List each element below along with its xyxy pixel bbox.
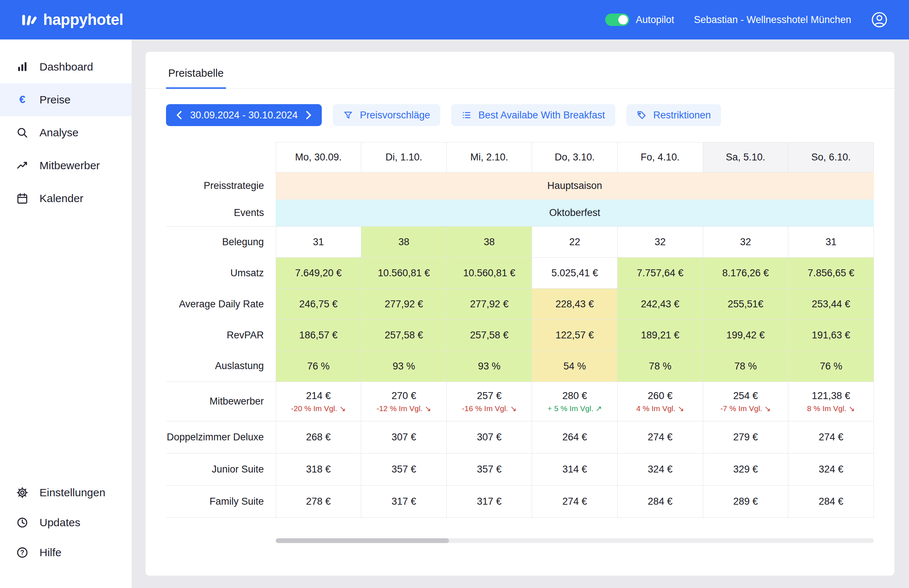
day-column-header: So, 6.10. bbox=[788, 142, 874, 173]
room-price-cell[interactable]: 278 € bbox=[276, 486, 361, 518]
sidebar-item-hilfe[interactable]: ?Hilfe bbox=[0, 538, 132, 567]
metric-cell: 122,57 € bbox=[532, 320, 618, 351]
room-price-cell[interactable]: 317 € bbox=[361, 486, 447, 518]
room-price-cell[interactable]: 324 € bbox=[788, 454, 874, 486]
room-price-cell[interactable]: 314 € bbox=[532, 454, 618, 486]
sidebar-item-dashboard[interactable]: Dashboard bbox=[0, 50, 132, 83]
metric-cell: 228,43 € bbox=[532, 289, 618, 320]
room-price-cell[interactable]: 357 € bbox=[361, 454, 447, 486]
metric-row: Auslastung76 %93 %93 %54 %78 %78 %76 % bbox=[166, 351, 874, 382]
row-label: Family Suite bbox=[166, 486, 276, 518]
metric-cell: 199,42 € bbox=[703, 320, 788, 351]
metric-cell: 8.176,26 € bbox=[703, 258, 788, 289]
competitor-change: -12 % Im Vgl. ↘ bbox=[361, 404, 446, 413]
room-row: Doppelzimmer Deluxe268 €307 €307 €264 €2… bbox=[166, 422, 874, 454]
metric-cell: 31 bbox=[276, 226, 361, 258]
scrollbar-thumb[interactable] bbox=[276, 538, 449, 543]
button-label: Preisvorschläge bbox=[360, 110, 430, 121]
metric-cell: 189,21 € bbox=[618, 320, 703, 351]
room-price-cell[interactable]: 318 € bbox=[276, 454, 361, 486]
sidebar-nav: Dashboard€PreiseAnalyseMitbewerberKalend… bbox=[0, 50, 132, 215]
day-column-header: Sa, 5.10. bbox=[703, 142, 788, 173]
room-row: Junior Suite318 €357 €357 €314 €324 €329… bbox=[166, 454, 874, 486]
sidebar-item-label: Kalender bbox=[39, 192, 83, 205]
metric-cell: 38 bbox=[361, 226, 447, 258]
competitor-change: -16 % Im Vgl. ↘ bbox=[447, 404, 532, 413]
date-range-picker[interactable]: 30.09.2024 - 30.10.2024 bbox=[166, 104, 322, 126]
room-price-cell[interactable]: 268 € bbox=[276, 422, 361, 454]
metric-cell: 76 % bbox=[788, 351, 874, 382]
room-price-cell[interactable]: 317 € bbox=[446, 486, 532, 518]
metric-cell: 242,43 € bbox=[618, 289, 703, 320]
list-icon bbox=[461, 110, 472, 120]
metric-row: Average Daily Rate246,75 €277,92 €277,92… bbox=[166, 289, 874, 320]
sidebar-item-label: Dashboard bbox=[39, 61, 93, 73]
happyhotel-logo-icon bbox=[21, 11, 37, 28]
row-label: Belegung bbox=[166, 226, 276, 258]
competitor-change: + 5 % Im Vgl. ↗ bbox=[532, 404, 617, 413]
metric-cell: 277,92 € bbox=[446, 289, 532, 320]
banner-row: PreisstrategieHauptsaison bbox=[166, 173, 874, 200]
sidebar-footer-nav: EinstellungenUpdates?Hilfe bbox=[0, 478, 132, 567]
sidebar-item-mitbewerber[interactable]: Mitbewerber bbox=[0, 149, 132, 182]
help-icon: ? bbox=[15, 546, 29, 559]
room-price-cell[interactable]: 289 € bbox=[703, 486, 788, 518]
day-column-header: Mi, 2.10. bbox=[446, 142, 532, 173]
metric-cell: 186,57 € bbox=[276, 320, 361, 351]
bar-chart-icon bbox=[15, 60, 29, 74]
competitor-price: 257 € bbox=[447, 390, 532, 402]
room-price-cell[interactable]: 307 € bbox=[446, 422, 532, 454]
sidebar-item-einstellungen[interactable]: Einstellungen bbox=[0, 478, 132, 507]
competitor-change: 4 % Im Vgl. ↘ bbox=[618, 404, 703, 413]
tag-icon bbox=[637, 110, 647, 120]
tab-preistabelle[interactable]: Preistabelle bbox=[166, 67, 226, 89]
row-label: Junior Suite bbox=[166, 454, 276, 486]
app-header: happyhotel Autopilot Sebastian - Wellnes… bbox=[0, 0, 909, 39]
preisvorschlaege-button[interactable]: Preisvorschläge bbox=[333, 104, 440, 126]
user-avatar-icon[interactable] bbox=[871, 11, 888, 28]
rate-plan-button[interactable]: Best Availabe With Breakfast bbox=[451, 104, 615, 126]
metric-cell: 93 % bbox=[361, 351, 447, 382]
row-label: RevPAR bbox=[166, 320, 276, 351]
competitor-cell: 270 €-12 % Im Vgl. ↘ bbox=[361, 382, 447, 422]
sidebar-item-preise[interactable]: €Preise bbox=[0, 83, 132, 116]
room-price-cell[interactable]: 329 € bbox=[703, 454, 788, 486]
sidebar-item-kalender[interactable]: Kalender bbox=[0, 182, 132, 215]
prev-period-icon[interactable] bbox=[176, 110, 182, 120]
room-price-cell[interactable]: 274 € bbox=[532, 486, 618, 518]
competitor-row: Mitbewerber214 €-20 % Im Vgl. ↘270 €-12 … bbox=[166, 382, 874, 422]
metric-cell: 22 bbox=[532, 226, 618, 258]
user-name: Sebastian - Wellnesshotel München bbox=[694, 14, 851, 26]
sidebar-item-analyse[interactable]: Analyse bbox=[0, 116, 132, 149]
magnifier-icon bbox=[15, 126, 29, 140]
competitor-price: 214 € bbox=[276, 390, 361, 402]
room-price-cell[interactable]: 274 € bbox=[618, 422, 703, 454]
svg-text:€: € bbox=[19, 94, 26, 105]
room-price-cell[interactable]: 264 € bbox=[532, 422, 618, 454]
competitor-cell: 257 €-16 % Im Vgl. ↘ bbox=[446, 382, 532, 422]
next-period-icon[interactable] bbox=[306, 110, 312, 120]
metric-cell: 7.757,64 € bbox=[618, 258, 703, 289]
room-price-cell[interactable]: 324 € bbox=[618, 454, 703, 486]
button-label: Best Availabe With Breakfast bbox=[478, 110, 605, 121]
metric-cell: 93 % bbox=[446, 351, 532, 382]
room-price-cell[interactable]: 284 € bbox=[618, 486, 703, 518]
metric-row: RevPAR186,57 €257,58 €257,58 €122,57 €18… bbox=[166, 320, 874, 351]
sidebar-item-updates[interactable]: Updates bbox=[0, 507, 132, 538]
toggle-knob bbox=[618, 15, 628, 24]
room-price-cell[interactable]: 274 € bbox=[788, 422, 874, 454]
banner-value: Oktoberfest bbox=[276, 200, 874, 226]
happyhotel-logo[interactable]: happyhotel bbox=[21, 11, 123, 29]
room-price-cell[interactable]: 307 € bbox=[361, 422, 447, 454]
competitor-change: -20 % Im Vgl. ↘ bbox=[276, 404, 361, 413]
competitor-cell: 260 €4 % Im Vgl. ↘ bbox=[618, 382, 703, 422]
room-price-cell[interactable]: 357 € bbox=[446, 454, 532, 486]
room-price-cell[interactable]: 284 € bbox=[788, 486, 874, 518]
sidebar-item-label: Analyse bbox=[39, 126, 79, 139]
horizontal-scrollbar bbox=[276, 538, 874, 543]
metric-row: Belegung31383822323231 bbox=[166, 226, 874, 258]
autopilot-toggle[interactable] bbox=[605, 13, 629, 26]
room-price-cell[interactable]: 279 € bbox=[703, 422, 788, 454]
row-label: Preisstrategie bbox=[166, 173, 276, 200]
restriktionen-button[interactable]: Restriktionen bbox=[626, 104, 721, 126]
